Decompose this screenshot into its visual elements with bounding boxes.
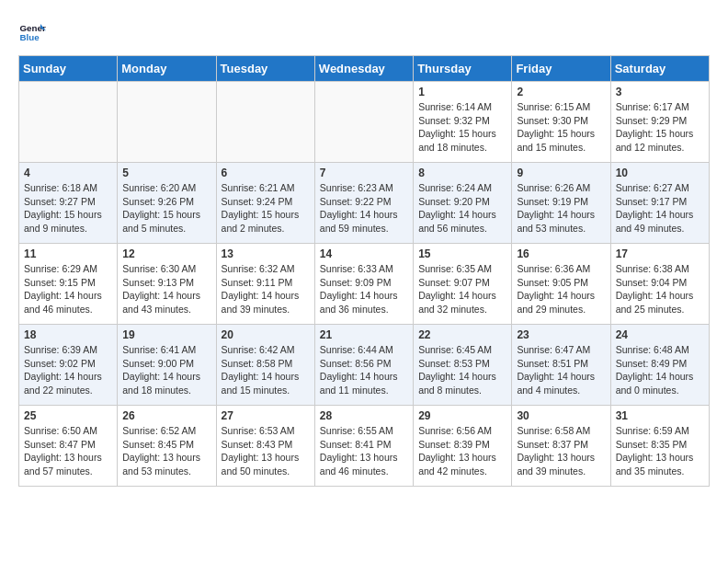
day-number: 21 <box>320 328 408 341</box>
day-number: 4 <box>24 167 112 179</box>
calendar-week-row: 18Sunrise: 6:39 AMSunset: 9:02 PMDayligh… <box>19 325 710 406</box>
calendar-cell: 27Sunrise: 6:53 AMSunset: 8:43 PMDayligh… <box>216 406 314 487</box>
day-number: 8 <box>418 167 506 179</box>
calendar-cell: 16Sunrise: 6:36 AMSunset: 9:05 PMDayligh… <box>512 244 610 325</box>
day-info: Sunrise: 6:38 AMSunset: 9:04 PMDaylight:… <box>616 262 704 316</box>
day-info: Sunrise: 6:44 AMSunset: 8:56 PMDaylight:… <box>320 343 408 397</box>
day-number: 31 <box>616 409 704 422</box>
calendar-cell: 14Sunrise: 6:33 AMSunset: 9:09 PMDayligh… <box>314 244 413 325</box>
day-info: Sunrise: 6:20 AMSunset: 9:26 PMDaylight:… <box>122 181 210 236</box>
day-number: 14 <box>320 247 408 260</box>
day-number: 19 <box>122 328 210 341</box>
calendar-cell: 7Sunrise: 6:23 AMSunset: 9:22 PMDaylight… <box>314 163 413 244</box>
day-number: 15 <box>418 247 506 260</box>
day-number: 28 <box>320 409 408 422</box>
calendar-cell: 1Sunrise: 6:14 AMSunset: 9:32 PMDaylight… <box>414 82 512 163</box>
calendar-cell: 6Sunrise: 6:21 AMSunset: 9:24 PMDaylight… <box>216 163 314 244</box>
calendar-cell: 17Sunrise: 6:38 AMSunset: 9:04 PMDayligh… <box>610 244 709 325</box>
day-info: Sunrise: 6:18 AMSunset: 9:27 PMDaylight:… <box>24 181 112 236</box>
day-number: 23 <box>517 328 605 341</box>
day-info: Sunrise: 6:53 AMSunset: 8:43 PMDaylight:… <box>222 424 310 478</box>
calendar-week-row: 1Sunrise: 6:14 AMSunset: 9:32 PMDaylight… <box>19 82 710 163</box>
col-header-sunday: Sunday <box>19 56 118 82</box>
day-number: 20 <box>222 328 310 341</box>
calendar-week-row: 11Sunrise: 6:29 AMSunset: 9:15 PMDayligh… <box>19 244 710 325</box>
day-info: Sunrise: 6:35 AMSunset: 9:07 PMDaylight:… <box>418 262 506 316</box>
calendar-cell: 21Sunrise: 6:44 AMSunset: 8:56 PMDayligh… <box>314 325 413 406</box>
day-number: 7 <box>320 167 408 179</box>
calendar-cell: 9Sunrise: 6:26 AMSunset: 9:19 PMDaylight… <box>512 163 610 244</box>
day-number: 10 <box>616 167 704 179</box>
day-info: Sunrise: 6:45 AMSunset: 8:53 PMDaylight:… <box>418 343 506 397</box>
col-header-wednesday: Wednesday <box>314 56 413 82</box>
calendar-cell: 10Sunrise: 6:27 AMSunset: 9:17 PMDayligh… <box>610 163 709 244</box>
calendar-cell: 5Sunrise: 6:20 AMSunset: 9:26 PMDaylight… <box>118 163 216 244</box>
calendar-week-row: 25Sunrise: 6:50 AMSunset: 8:47 PMDayligh… <box>19 406 710 487</box>
day-number: 17 <box>616 247 704 260</box>
calendar-cell: 22Sunrise: 6:45 AMSunset: 8:53 PMDayligh… <box>414 325 512 406</box>
day-number: 22 <box>418 328 506 341</box>
day-number: 5 <box>122 167 210 179</box>
day-info: Sunrise: 6:58 AMSunset: 8:37 PMDaylight:… <box>517 424 605 478</box>
calendar-header-row: SundayMondayTuesdayWednesdayThursdayFrid… <box>19 56 710 82</box>
day-info: Sunrise: 6:48 AMSunset: 8:49 PMDaylight:… <box>616 343 704 397</box>
col-header-monday: Monday <box>118 56 216 82</box>
calendar-cell: 2Sunrise: 6:15 AMSunset: 9:30 PMDaylight… <box>512 82 610 163</box>
page-header: General Blue <box>18 18 710 46</box>
day-info: Sunrise: 6:50 AMSunset: 8:47 PMDaylight:… <box>24 424 112 478</box>
day-number: 25 <box>24 409 112 422</box>
day-number: 2 <box>517 86 605 98</box>
calendar-cell: 11Sunrise: 6:29 AMSunset: 9:15 PMDayligh… <box>19 244 118 325</box>
calendar-cell: 29Sunrise: 6:56 AMSunset: 8:39 PMDayligh… <box>414 406 512 487</box>
calendar-cell: 8Sunrise: 6:24 AMSunset: 9:20 PMDaylight… <box>414 163 512 244</box>
calendar-cell: 31Sunrise: 6:59 AMSunset: 8:35 PMDayligh… <box>610 406 709 487</box>
day-number: 27 <box>222 409 310 422</box>
calendar-cell: 20Sunrise: 6:42 AMSunset: 8:58 PMDayligh… <box>216 325 314 406</box>
day-info: Sunrise: 6:56 AMSunset: 8:39 PMDaylight:… <box>418 424 506 478</box>
calendar-cell: 25Sunrise: 6:50 AMSunset: 8:47 PMDayligh… <box>19 406 118 487</box>
calendar-cell: 18Sunrise: 6:39 AMSunset: 9:02 PMDayligh… <box>19 325 118 406</box>
calendar-cell: 28Sunrise: 6:55 AMSunset: 8:41 PMDayligh… <box>314 406 413 487</box>
day-number: 11 <box>24 247 112 260</box>
calendar-cell: 26Sunrise: 6:52 AMSunset: 8:45 PMDayligh… <box>118 406 216 487</box>
day-number: 26 <box>122 409 210 422</box>
day-info: Sunrise: 6:15 AMSunset: 9:30 PMDaylight:… <box>517 100 605 155</box>
svg-text:Blue: Blue <box>20 32 40 42</box>
day-info: Sunrise: 6:17 AMSunset: 9:29 PMDaylight:… <box>616 100 704 155</box>
day-info: Sunrise: 6:27 AMSunset: 9:17 PMDaylight:… <box>616 181 704 236</box>
day-info: Sunrise: 6:52 AMSunset: 8:45 PMDaylight:… <box>122 424 210 478</box>
day-number: 9 <box>517 167 605 179</box>
day-number: 18 <box>24 328 112 341</box>
calendar-cell: 4Sunrise: 6:18 AMSunset: 9:27 PMDaylight… <box>19 163 118 244</box>
calendar-cell: 15Sunrise: 6:35 AMSunset: 9:07 PMDayligh… <box>414 244 512 325</box>
day-info: Sunrise: 6:29 AMSunset: 9:15 PMDaylight:… <box>24 262 112 316</box>
col-header-thursday: Thursday <box>414 56 512 82</box>
day-number: 13 <box>222 247 310 260</box>
day-info: Sunrise: 6:24 AMSunset: 9:20 PMDaylight:… <box>418 181 506 236</box>
col-header-saturday: Saturday <box>610 56 709 82</box>
day-info: Sunrise: 6:26 AMSunset: 9:19 PMDaylight:… <box>517 181 605 236</box>
day-info: Sunrise: 6:55 AMSunset: 8:41 PMDaylight:… <box>320 424 408 478</box>
day-number: 6 <box>222 167 310 179</box>
day-number: 1 <box>418 86 506 98</box>
calendar-cell: 13Sunrise: 6:32 AMSunset: 9:11 PMDayligh… <box>216 244 314 325</box>
calendar-week-row: 4Sunrise: 6:18 AMSunset: 9:27 PMDaylight… <box>19 163 710 244</box>
day-info: Sunrise: 6:23 AMSunset: 9:22 PMDaylight:… <box>320 181 408 236</box>
logo: General Blue <box>18 18 46 46</box>
col-header-friday: Friday <box>512 56 610 82</box>
day-info: Sunrise: 6:39 AMSunset: 9:02 PMDaylight:… <box>24 343 112 397</box>
day-info: Sunrise: 6:59 AMSunset: 8:35 PMDaylight:… <box>616 424 704 478</box>
calendar-table: SundayMondayTuesdayWednesdayThursdayFrid… <box>18 55 710 487</box>
day-info: Sunrise: 6:21 AMSunset: 9:24 PMDaylight:… <box>222 181 310 236</box>
day-number: 30 <box>517 409 605 422</box>
day-number: 24 <box>616 328 704 341</box>
day-info: Sunrise: 6:32 AMSunset: 9:11 PMDaylight:… <box>222 262 310 316</box>
calendar-cell <box>19 82 118 163</box>
day-info: Sunrise: 6:41 AMSunset: 9:00 PMDaylight:… <box>122 343 210 397</box>
calendar-cell: 24Sunrise: 6:48 AMSunset: 8:49 PMDayligh… <box>610 325 709 406</box>
calendar-cell: 12Sunrise: 6:30 AMSunset: 9:13 PMDayligh… <box>118 244 216 325</box>
day-info: Sunrise: 6:30 AMSunset: 9:13 PMDaylight:… <box>122 262 210 316</box>
calendar-cell: 23Sunrise: 6:47 AMSunset: 8:51 PMDayligh… <box>512 325 610 406</box>
calendar-cell <box>314 82 413 163</box>
logo-icon: General Blue <box>18 18 46 46</box>
